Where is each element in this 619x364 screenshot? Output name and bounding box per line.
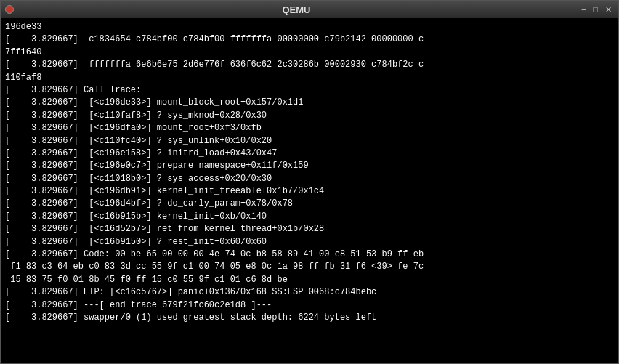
terminal-line: 110faf8 — [5, 72, 614, 84]
terminal-line: [ 3.829667] [<c196d4bf>] ? do_early_para… — [5, 198, 614, 210]
terminal-line: [ 3.829667] [<c196e158>] ? initrd_load+0… — [5, 147, 614, 160]
terminal-line: [ 3.829667] [<c110faf8>] ? sys_mknod+0x2… — [5, 110, 614, 122]
terminal-line: [ 3.829667] swapper/0 (1) used greatest … — [5, 312, 614, 324]
title-bar: QEMU − □ ✕ — [1, 1, 618, 18]
minimize-button[interactable]: − — [579, 5, 588, 14]
terminal-line: 196de33 — [5, 21, 614, 33]
terminal-line: [ 3.829667] c1834654 c784bf00 c784bf00 f… — [5, 33, 614, 46]
terminal-line: [ 3.829667] [<c196de33>] mount_block_roo… — [5, 97, 614, 109]
terminal-line: [ 3.829667] fffffffa 6e6b6e75 2d6e776f 6… — [5, 59, 614, 71]
terminal-line: [ 3.829667] [<c16b9150>] ? rest_init+0x6… — [5, 236, 614, 248]
terminal-line: [ 3.829667] [<c196dfa0>] mount_root+0xf3… — [5, 122, 614, 134]
terminal-line: [ 3.829667] [<c196e0c7>] prepare_namespa… — [5, 160, 614, 172]
qemu-window: QEMU − □ ✕ 196de33[ 3.829667] c1834654 c… — [0, 0, 619, 364]
title-bar-left — [5, 5, 14, 14]
terminal-line: [ 3.829667] [<c16b915b>] kernel_init+0xb… — [5, 211, 614, 223]
terminal-line: 7ff1640 — [5, 46, 614, 59]
terminal-line: [ 3.829667] [<c16d52b7>] ret_from_kernel… — [5, 223, 614, 235]
terminal-line: [ 3.829667] ---[ end trace 679f21fc60c2e… — [5, 299, 614, 312]
terminal-line: [ 3.829667] [<c196db91>] kernel_init_fre… — [5, 185, 614, 198]
terminal-output: 196de33[ 3.829667] c1834654 c784bf00 c78… — [1, 18, 618, 363]
close-icon[interactable]: ✕ — [603, 5, 614, 15]
maximize-button[interactable]: □ — [591, 5, 600, 14]
terminal-line: [ 3.829667] [<c110fc40>] ? sys_unlink+0x… — [5, 135, 614, 147]
terminal-line: [ 3.829667] Code: 00 be 65 00 00 00 4e 7… — [5, 248, 614, 261]
close-button[interactable] — [5, 5, 14, 14]
window-title: QEMU — [14, 4, 579, 15]
terminal-line: [ 3.829667] EIP: [<c16c5767>] panic+0x13… — [5, 286, 614, 299]
terminal-line: f1 83 c3 64 eb c0 83 3d cc 55 9f c1 00 7… — [5, 261, 614, 273]
terminal-line: [ 3.829667] Call Trace: — [5, 84, 614, 97]
terminal-line: [ 3.829667] [<c11018b0>] ? sys_access+0x… — [5, 173, 614, 185]
terminal-line: 15 83 75 f0 01 8b 45 f0 ff 15 c0 55 9f c… — [5, 274, 614, 286]
title-bar-right: − □ ✕ — [579, 5, 614, 15]
